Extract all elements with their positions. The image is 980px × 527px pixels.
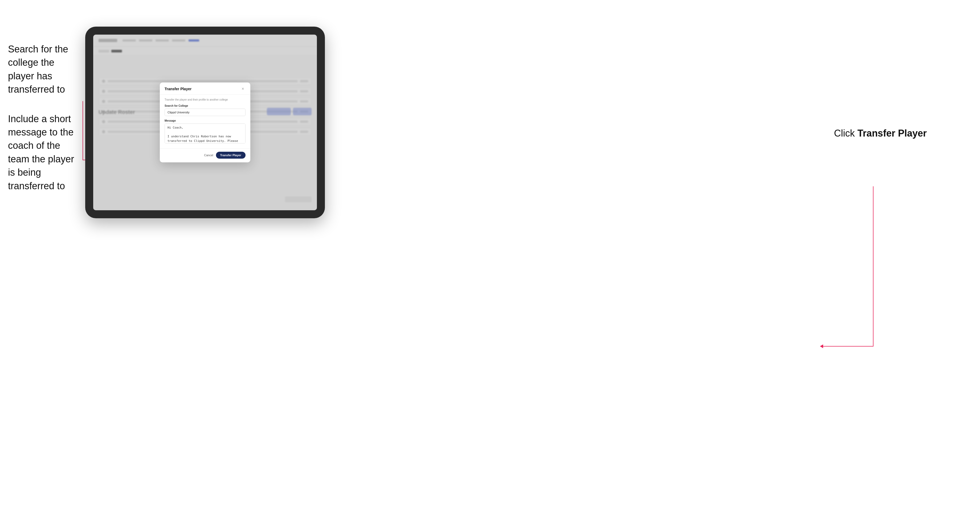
modal-title: Transfer Player	[165, 87, 191, 91]
transfer-player-modal: Transfer Player × Transfer the player an…	[160, 83, 250, 162]
modal-description: Transfer the player and their profile to…	[165, 98, 245, 101]
modal-close-button[interactable]: ×	[240, 86, 245, 92]
annotation-left-text-2: Include a short message to the coach of …	[8, 112, 83, 193]
transfer-player-button[interactable]: Transfer Player	[216, 152, 246, 159]
annotation-left: Search for the college the player has tr…	[8, 43, 83, 209]
college-label: Search for College	[165, 104, 245, 107]
arrow-left-vertical	[83, 101, 83, 160]
modal-footer: Cancel Transfer Player	[160, 148, 250, 162]
cancel-button[interactable]: Cancel	[204, 154, 213, 157]
modal-overlay: Transfer Player × Transfer the player an…	[93, 35, 317, 210]
annotation-right-bold: Transfer Player	[858, 128, 927, 139]
annotation-right-prefix: Click	[834, 128, 858, 139]
message-textarea[interactable]	[165, 124, 245, 143]
college-search-input[interactable]	[165, 109, 245, 116]
tablet-device: Update Roster	[85, 27, 325, 218]
annotation-left-text-1: Search for the college the player has tr…	[8, 43, 83, 96]
annotation-right: Click Transfer Player	[834, 128, 927, 139]
tablet-screen: Update Roster	[93, 35, 317, 210]
message-label: Message	[165, 119, 245, 122]
modal-header: Transfer Player ×	[160, 83, 250, 94]
arrow-right-horizontal	[820, 346, 873, 346]
arrow-right-vertical	[873, 186, 873, 346]
modal-body: Transfer the player and their profile to…	[160, 94, 250, 148]
